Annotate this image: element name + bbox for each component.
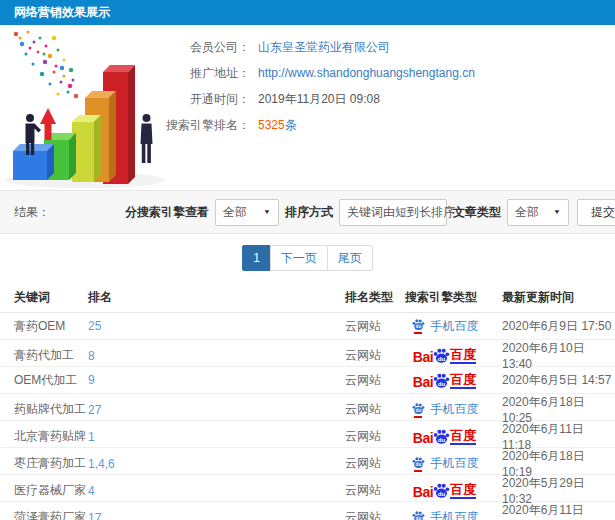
svg-text:du: du xyxy=(438,436,446,443)
updated-cell: 2020年6月11日 11:40 xyxy=(502,502,615,520)
baidu-logo-text-cn: 百度 xyxy=(450,429,476,445)
baidu-logo: Baidu百度 xyxy=(413,428,476,445)
header-cell: 排名 xyxy=(88,289,345,306)
article-type-filter-select[interactable]: 全部 ▼ xyxy=(507,199,569,226)
table-row: 药贴牌代加工 27 云网站 du手机百度 2020年6月18日 10:25 xyxy=(0,394,615,421)
rank-link[interactable]: 4 xyxy=(88,484,345,498)
svg-text:du: du xyxy=(415,516,421,520)
submit-button[interactable]: 提交 xyxy=(577,199,615,226)
engine-cell: du手机百度 xyxy=(405,455,502,472)
mobile-baidu-logo: du手机百度 xyxy=(411,455,479,472)
info-row: 会员公司：山东皇圣堂药业有限公司 xyxy=(150,39,475,55)
rank-link[interactable]: 1 xyxy=(88,430,345,444)
baidu-paw-icon: du xyxy=(411,456,426,469)
baidu-logo-text: Bai xyxy=(413,350,433,364)
sort-filter-select[interactable]: 关键词由短到长排序 ▼ xyxy=(339,199,447,226)
rank-type-cell: 云网站 xyxy=(345,455,405,472)
caret-down-icon: ▼ xyxy=(463,208,471,215)
keyword-cell: 北京膏药贴牌 xyxy=(14,428,88,445)
baidu-logo-text: Bai xyxy=(413,485,433,499)
table-row: 菏泽膏药厂家 17 云网站 du手机百度 2020年6月11日 11:40 xyxy=(0,502,615,520)
article-type-filter-value: 全部 xyxy=(515,204,539,221)
page-banner: 网络营销效果展示 xyxy=(0,0,615,25)
mobile-baidu-icon: du xyxy=(411,456,426,472)
info-row: 推广地址：http://www.shandonghuangshengtang.c… xyxy=(150,65,475,81)
rank-link[interactable]: 1,4,6 xyxy=(88,457,345,471)
rank-link[interactable]: 9 xyxy=(88,373,345,387)
svg-text:du: du xyxy=(415,324,421,329)
keyword-cell: 药贴牌代加工 xyxy=(14,401,88,418)
rank-link[interactable]: 8 xyxy=(88,349,345,363)
baidu-logo-text: Bai xyxy=(413,375,433,389)
rank-type-cell: 云网站 xyxy=(345,482,405,499)
engine-cell: Baidu百度 xyxy=(405,428,502,445)
info-row: 开通时间：2019年11月20日 09:08 xyxy=(150,91,475,107)
mobile-baidu-logo: du手机百度 xyxy=(411,509,479,520)
svg-text:du: du xyxy=(415,408,421,413)
filter-bar: 结果： 分搜索引擎查看 全部 ▼ 排序方式 关键词由短到长排序 ▼ 文章类型 全… xyxy=(0,190,615,234)
header-cell: 最新更新时间 xyxy=(502,289,615,306)
baidu-logo-text-cn: 百度 xyxy=(450,373,476,389)
header-cell: 搜索引擎类型 xyxy=(405,289,502,306)
keyword-cell: 膏药代加工 xyxy=(14,347,88,364)
header-cell: 关键词 xyxy=(14,289,88,306)
info-label: 搜索引擎排名： xyxy=(150,117,250,134)
baidu-logo-text: Bai xyxy=(413,431,433,445)
updated-cell: 2020年6月9日 17:50 xyxy=(502,318,615,335)
rank-type-cell: 云网站 xyxy=(345,347,405,364)
info-value[interactable]: 山东皇圣堂药业有限公司 xyxy=(258,39,390,56)
engine-cell: Baidu百度 xyxy=(405,372,502,389)
marketing-report-page: 网络营销效果展示 xyxy=(0,0,615,520)
engine-filter-select[interactable]: 全部 ▼ xyxy=(215,199,279,226)
mobile-baidu-icon: du xyxy=(411,510,426,520)
mobile-baidu-label: 手机百度 xyxy=(431,318,479,335)
keyword-cell: OEM代加工 xyxy=(14,372,88,389)
rank-count-unit: 条 xyxy=(285,118,297,132)
baidu-paw-icon: du xyxy=(411,402,426,415)
mobile-baidu-label: 手机百度 xyxy=(431,401,479,418)
svg-text:du: du xyxy=(438,379,446,386)
engine-cell: Baidu百度 xyxy=(405,482,502,499)
info-rows: 会员公司：山东皇圣堂药业有限公司推广地址：http://www.shandong… xyxy=(150,39,475,143)
table-row: 枣庄膏药加工 1,4,6 云网站 du手机百度 2020年6月18日 10:19 xyxy=(0,448,615,475)
info-row: 搜索引擎排名：5325条 xyxy=(150,117,475,133)
baidu-paw-icon: du xyxy=(432,482,451,499)
result-label: 结果： xyxy=(14,204,50,221)
info-value: 2019年11月20日 09:08 xyxy=(258,91,380,108)
svg-text:du: du xyxy=(438,490,446,497)
rank-count: 5325 xyxy=(258,118,285,132)
caret-down-icon: ▼ xyxy=(263,208,271,215)
baidu-paw-icon: du xyxy=(411,318,426,331)
rank-link[interactable]: 25 xyxy=(88,319,345,333)
last-page-button[interactable]: 尾页 xyxy=(327,245,373,271)
rank-link[interactable]: 27 xyxy=(88,403,345,417)
svg-text:du: du xyxy=(438,355,446,362)
yellow-bar xyxy=(72,115,101,182)
rank-type-cell: 云网站 xyxy=(345,401,405,418)
rank-type-cell: 云网站 xyxy=(345,509,405,520)
sort-filter-label: 排序方式 xyxy=(285,204,333,221)
next-page-button[interactable]: 下一页 xyxy=(270,245,328,271)
svg-text:du: du xyxy=(415,462,421,467)
info-label: 会员公司： xyxy=(150,39,250,56)
pagination: 1 下一页 尾页 xyxy=(0,245,615,271)
engine-cell: du手机百度 xyxy=(405,401,502,418)
baidu-paw-icon: du xyxy=(432,372,451,389)
baidu-paw-icon: du xyxy=(432,428,451,445)
table-row: 北京膏药贴牌 1 云网站 Baidu百度 2020年6月11日 11:18 xyxy=(0,421,615,448)
article-type-filter-label: 文章类型 xyxy=(453,204,501,221)
mobile-baidu-label: 手机百度 xyxy=(431,455,479,472)
table-row: 膏药OEM 25 云网站 du手机百度 2020年6月9日 17:50 xyxy=(0,313,615,340)
info-value[interactable]: http://www.shandonghuangshengtang.cn xyxy=(258,66,475,80)
mobile-baidu-icon: du xyxy=(411,318,426,334)
info-value: 5325条 xyxy=(258,117,297,134)
mobile-baidu-icon: du xyxy=(411,402,426,418)
baidu-logo: Baidu百度 xyxy=(413,482,476,499)
baidu-logo-text-cn: 百度 xyxy=(450,483,476,499)
info-label: 开通时间： xyxy=(150,91,250,108)
keyword-cell: 菏泽膏药厂家 xyxy=(14,509,88,520)
page-1-button[interactable]: 1 xyxy=(242,245,271,271)
sort-filter-value: 关键词由短到长排序 xyxy=(347,204,455,221)
rank-link[interactable]: 17 xyxy=(88,511,345,520)
keyword-cell: 膏药OEM xyxy=(14,318,88,335)
